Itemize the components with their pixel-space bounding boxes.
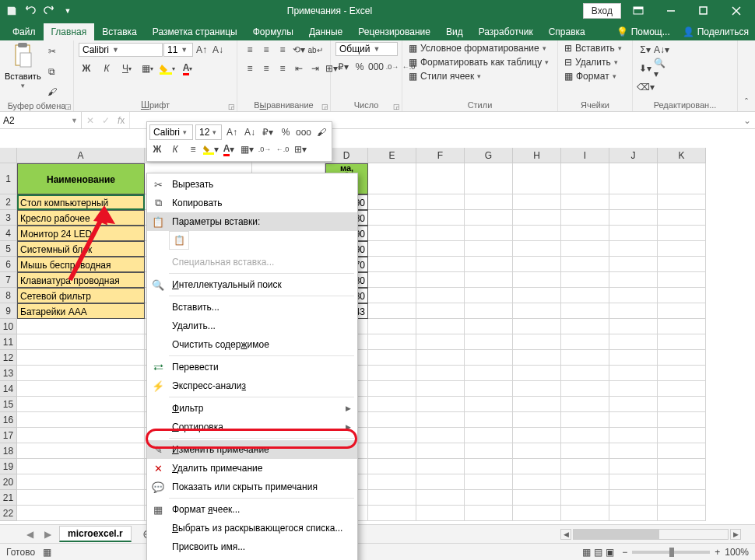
increase-decimal-icon[interactable]: .0→ <box>385 59 400 75</box>
sheet-nav-next[interactable]: ▶ <box>41 529 54 540</box>
cell[interactable] <box>609 474 658 490</box>
expand-formula-icon[interactable]: ⌄ <box>739 112 755 128</box>
cell[interactable] <box>513 397 561 412</box>
cell[interactable] <box>658 412 706 428</box>
mini-comma-icon[interactable]: ооо <box>296 124 311 140</box>
cell[interactable] <box>465 506 513 521</box>
cell[interactable] <box>658 381 706 397</box>
increase-font-icon[interactable]: A↑ <box>194 42 209 58</box>
ctx-link[interactable]: 🔗Ссылка <box>147 556 357 560</box>
ribbon-display-icon[interactable] <box>623 0 654 22</box>
clear-icon[interactable]: ⌫▾ <box>637 79 653 95</box>
paste-label[interactable]: Вставить <box>5 72 41 81</box>
cell-styles-button[interactable]: ▦Стили ячеек▾ <box>407 70 550 82</box>
save-icon[interactable] <box>3 2 20 19</box>
cell[interactable] <box>465 288 513 303</box>
page-layout-view-icon[interactable]: ▤ <box>594 547 602 558</box>
cell[interactable] <box>609 210 658 226</box>
align-bottom-icon[interactable]: ≡ <box>275 42 290 58</box>
fill-icon[interactable]: ⬇▾ <box>637 61 653 76</box>
comma-icon[interactable]: 000 <box>368 59 384 75</box>
cell[interactable] <box>416 194 465 210</box>
cell[interactable] <box>658 443 706 459</box>
tab-help[interactable]: Справка <box>541 23 593 40</box>
tell-me[interactable]: 💡Помощ... <box>610 23 676 40</box>
cell[interactable] <box>609 272 658 288</box>
cell[interactable] <box>416 303 465 319</box>
italic-icon[interactable]: К <box>99 61 114 76</box>
cell[interactable] <box>17 366 145 381</box>
share-button[interactable]: 👤Поделиться <box>676 23 755 40</box>
cell[interactable] <box>465 210 513 226</box>
cell[interactable] <box>368 210 416 226</box>
format-painter-icon[interactable]: 🖌 <box>44 84 60 100</box>
cut-icon[interactable]: ✂ <box>44 44 60 59</box>
cell[interactable] <box>465 428 513 443</box>
redo-icon[interactable] <box>40 2 58 19</box>
cell[interactable] <box>17 412 145 428</box>
cell[interactable] <box>17 443 145 459</box>
tab-home[interactable]: Главная <box>44 23 95 40</box>
cell[interactable] <box>368 163 416 194</box>
wrap-text-icon[interactable]: ab↵ <box>307 42 323 58</box>
cell[interactable] <box>17 506 145 521</box>
cell[interactable] <box>609 226 658 241</box>
ctx-paste-default[interactable]: 📋 <box>169 231 189 250</box>
horizontal-scrollbar[interactable]: ◀▶ <box>560 529 741 540</box>
mini-borders-icon[interactable]: ▦▾ <box>239 142 255 157</box>
row-header[interactable]: 9 <box>0 303 17 319</box>
ctx-show-comment[interactable]: 💬Показать или скрыть примечания <box>147 478 357 496</box>
cell[interactable] <box>658 288 706 303</box>
zoom-slider[interactable] <box>632 551 710 554</box>
cell[interactable] <box>609 428 658 443</box>
qat-customize-icon[interactable]: ▼ <box>59 2 76 19</box>
cell[interactable] <box>513 412 561 428</box>
cell[interactable] <box>513 490 561 506</box>
cell[interactable] <box>368 381 416 397</box>
cell[interactable] <box>513 257 561 272</box>
cell[interactable] <box>658 397 706 412</box>
worksheet-grid[interactable]: ABCDEFGHIJK 1234567891011121314151617181… <box>0 148 755 543</box>
align-middle-icon[interactable]: ≡ <box>258 42 274 58</box>
cell[interactable] <box>658 241 706 257</box>
cell[interactable] <box>561 210 609 226</box>
minimize-button[interactable] <box>655 0 687 22</box>
cell[interactable] <box>513 381 561 397</box>
cell[interactable] <box>561 272 609 288</box>
cell[interactable] <box>513 288 561 303</box>
cell[interactable] <box>609 319 658 334</box>
cell[interactable] <box>368 319 416 334</box>
cell[interactable] <box>416 288 465 303</box>
cell[interactable] <box>609 443 658 459</box>
cell[interactable] <box>368 257 416 272</box>
cell[interactable] <box>561 412 609 428</box>
cell[interactable]: Монитор 24 LED <box>17 226 145 241</box>
cell[interactable] <box>561 381 609 397</box>
mini-currency-icon[interactable]: ₽▾ <box>260 124 276 140</box>
cell[interactable] <box>609 257 658 272</box>
decrease-font-icon[interactable]: A↓ <box>210 42 226 58</box>
bold-icon[interactable]: Ж <box>79 61 94 76</box>
cancel-formula-icon[interactable]: ✕ <box>86 115 94 126</box>
cell[interactable] <box>609 412 658 428</box>
mini-increase-font-icon[interactable]: A↑ <box>224 124 240 140</box>
cell[interactable] <box>561 303 609 319</box>
cell[interactable] <box>658 474 706 490</box>
cell[interactable] <box>561 490 609 506</box>
row-header[interactable]: 21 <box>0 490 17 506</box>
cell[interactable] <box>368 288 416 303</box>
cell[interactable] <box>416 272 465 288</box>
mini-bold-icon[interactable]: Ж <box>149 142 165 157</box>
zoom-level[interactable]: 100% <box>725 547 749 558</box>
undo-icon[interactable] <box>22 2 39 19</box>
cell[interactable] <box>609 506 658 521</box>
tab-insert[interactable]: Вставка <box>94 23 145 40</box>
cell[interactable]: Батарейки ААА <box>17 303 145 319</box>
cell[interactable] <box>416 459 465 474</box>
ctx-format-cells[interactable]: ▦Формат ячеек... <box>147 500 357 519</box>
cell[interactable] <box>561 163 609 194</box>
cell[interactable] <box>609 288 658 303</box>
cell[interactable] <box>658 226 706 241</box>
col-header[interactable]: H <box>513 148 561 163</box>
cell[interactable] <box>561 241 609 257</box>
